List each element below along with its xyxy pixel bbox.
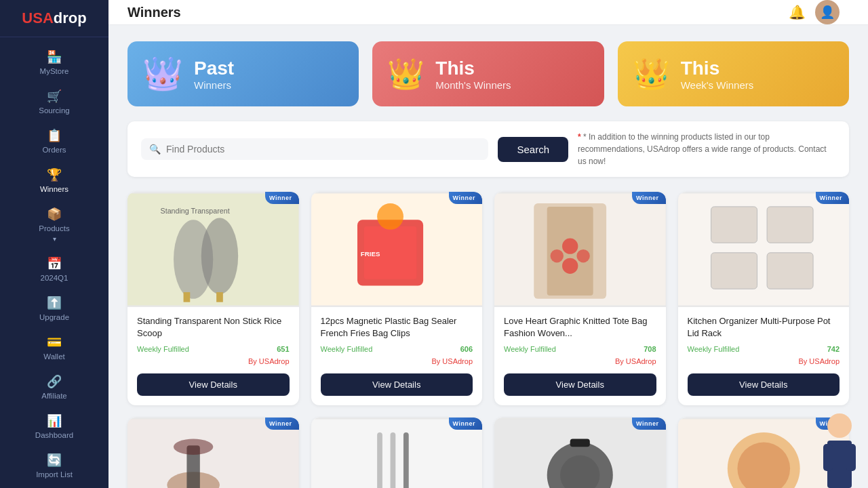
product-card-2: Winner FRIES 12pcs Magnetic Plastic Bag …	[311, 192, 483, 405]
sidebar-item-importlist[interactable]: 🔄 Import List	[0, 446, 108, 485]
wallet-icon: 💳	[47, 335, 62, 350]
avatar[interactable]: 👤	[815, 0, 840, 24]
dashboard-icon: 📊	[47, 413, 62, 428]
sidebar-item-winners[interactable]: 🏆 Winners	[0, 161, 108, 200]
this-week-big: This	[681, 58, 754, 79]
svg-rect-30	[403, 432, 408, 488]
view-details-button-4[interactable]: View Details	[688, 373, 840, 396]
search-input[interactable]	[166, 144, 480, 155]
product-count-3: 708	[644, 345, 656, 353]
upgrade-icon: ⬆️	[47, 296, 62, 310]
this-week-text: This Week's Winners	[681, 58, 754, 91]
sidebar-item-affiliate[interactable]: 🔗 Affiliate	[0, 367, 108, 407]
product-card-4: Winner Kitchen Organizer Multi-Purpose P…	[678, 192, 850, 405]
view-details-button-2[interactable]: View Details	[321, 373, 473, 396]
content-area: 👑 Past Winners 👑 This Month's Winners 👑 …	[108, 25, 868, 488]
search-hint-text: * In addition to the winning products li…	[578, 132, 827, 166]
svg-rect-43	[846, 444, 856, 471]
product-meta-2: Weekly Fulfilled 606	[321, 345, 473, 353]
this-week-small: Week's Winners	[681, 79, 754, 91]
product-image-1: Standing Transparent	[127, 192, 299, 307]
sidebar-item-video[interactable]: 🎬 Video	[0, 485, 108, 488]
this-month-text: This Month's Winners	[435, 58, 511, 91]
product-count-2: 606	[460, 345, 473, 353]
logo-drop: drop	[54, 9, 87, 26]
sidebar-item-sourcing[interactable]: 🛒 Sourcing	[0, 82, 108, 121]
past-winners-small: Winners	[194, 79, 234, 91]
sidebar-item-dashboard[interactable]: 📊 Dashboard	[0, 407, 108, 446]
orders-icon: 📋	[47, 128, 62, 143]
product-image-4	[678, 192, 850, 307]
tab-this-month-winners[interactable]: 👑 This Month's Winners	[372, 41, 604, 106]
product-by-4: By USAdrop	[688, 357, 840, 365]
svg-rect-4	[216, 292, 223, 302]
header: Winners 🔔 👤	[108, 0, 868, 25]
view-details-button-3[interactable]: View Details	[504, 373, 656, 396]
logo-usa: USA	[22, 9, 53, 26]
product-info-3: Love Heart Graphic Knitted Tote Bag Fash…	[494, 307, 666, 405]
winner-badge-2: Winner	[449, 192, 482, 204]
notification-icon[interactable]: 🔔	[789, 4, 806, 20]
search-button[interactable]: Search	[498, 137, 568, 162]
winner-badge-4: Winner	[816, 192, 849, 204]
past-winners-text: Past Winners	[194, 58, 234, 91]
product-grid: Winner Standing Transparent Standing Tra…	[127, 192, 849, 488]
svg-text:FRIES: FRIES	[360, 250, 380, 258]
winners-icon: 🏆	[47, 167, 62, 182]
product-name-4: Kitchen Organizer Multi-Purpose Pot Lid …	[688, 315, 840, 340]
tab-past-winners[interactable]: 👑 Past Winners	[127, 41, 359, 106]
winner-badge-5: Winner	[265, 418, 298, 430]
importlist-icon: 🔄	[47, 453, 62, 468]
view-details-button-1[interactable]: View Details	[137, 373, 290, 396]
sidebar-item-orders[interactable]: 📋 Orders	[0, 121, 108, 161]
product-card-7: Winner Electric Hair Curler Styling Tool…	[494, 418, 666, 488]
search-area: 🔍 Search * * In addition to the winning …	[127, 121, 849, 177]
product-info-4: Kitchen Organizer Multi-Purpose Pot Lid …	[678, 307, 850, 405]
product-fulfilled-3: Weekly Fulfilled	[504, 345, 556, 353]
this-month-crown-icon: 👑	[387, 56, 425, 92]
product-meta-3: Weekly Fulfilled 708	[504, 345, 656, 353]
2024q1-icon: 📅	[47, 256, 62, 271]
sidebar-item-products[interactable]: 📦 Products ▾	[0, 200, 108, 249]
product-meta-4: Weekly Fulfilled 742	[688, 345, 840, 353]
svg-rect-22	[767, 253, 813, 289]
tab-this-week-winners[interactable]: 👑 This Week's Winners	[618, 41, 849, 106]
sidebar-item-wallet[interactable]: 💳 Wallet	[0, 328, 108, 367]
product-info-1: Standing Transparent Non Stick Rice Scoo…	[127, 307, 299, 405]
affiliate-icon: 🔗	[47, 374, 62, 389]
svg-text:Standing Transparent: Standing Transparent	[161, 207, 230, 215]
products-arrow-icon: ▾	[53, 235, 56, 243]
svg-point-17	[576, 249, 589, 262]
search-icon: 🔍	[149, 144, 161, 155]
sidebar-item-upgrade[interactable]: ⬆️ Upgrade	[0, 289, 108, 328]
product-fulfilled-1: Weekly Fulfilled	[137, 345, 189, 353]
product-card-3: Winner Love Heart Graphic Knitted Tote B…	[494, 192, 666, 405]
winner-badge-3: Winner	[632, 192, 665, 204]
this-week-crown-icon: 👑	[633, 56, 670, 92]
past-winners-crown-icon: 👑	[142, 55, 183, 93]
sidebar-label-importlist: Import List	[36, 470, 73, 479]
sourcing-icon: 🛒	[47, 89, 62, 104]
svg-point-9	[377, 203, 403, 230]
sidebar-item-2024q1[interactable]: 📅 2024Q1	[0, 249, 108, 289]
product-fulfilled-2: Weekly Fulfilled	[321, 345, 373, 353]
winner-badge-1: Winner	[265, 192, 298, 204]
this-month-big: This	[435, 58, 511, 79]
sidebar-label-upgrade: Upgrade	[39, 313, 69, 321]
sidebar-label-winners: Winners	[40, 185, 68, 193]
svg-rect-19	[711, 207, 757, 243]
product-name-2: 12pcs Magnetic Plastic Bag Sealer French…	[321, 315, 473, 340]
sidebar-label-products: Products	[39, 224, 69, 232]
sidebar-label-sourcing: Sourcing	[39, 106, 69, 115]
svg-rect-18	[678, 193, 850, 305]
svg-rect-42	[823, 444, 833, 471]
svg-rect-29	[390, 432, 395, 488]
main-content: Winners 🔔 👤 👑 Past Winners 👑 This Month'…	[108, 0, 868, 488]
svg-point-16	[551, 249, 564, 262]
sidebar-item-mystore[interactable]: 🏪 MyStore	[0, 43, 108, 82]
sidebar-label-dashboard: Dashboard	[35, 431, 73, 439]
mystore-icon: 🏪	[47, 49, 62, 64]
product-fulfilled-4: Weekly Fulfilled	[688, 345, 740, 353]
winner-tabs: 👑 Past Winners 👑 This Month's Winners 👑 …	[127, 41, 849, 106]
svg-rect-3	[184, 292, 191, 302]
